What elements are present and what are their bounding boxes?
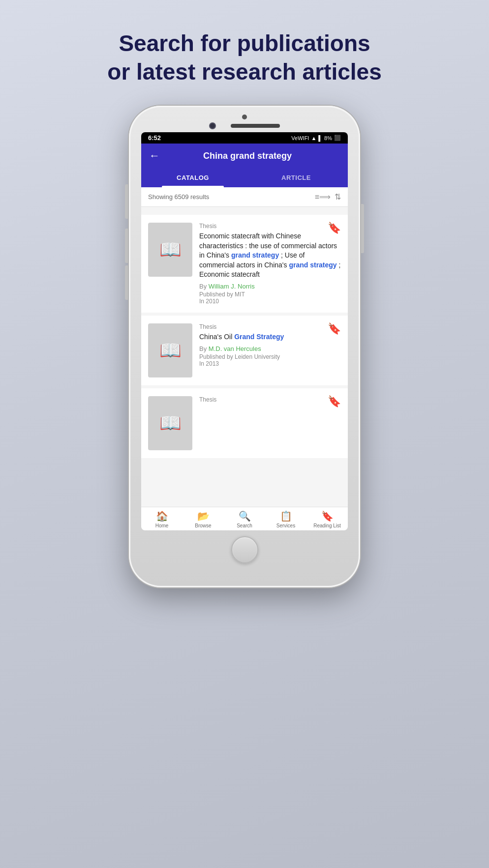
headline-line1: Search for publications xyxy=(119,30,370,56)
book-author: By William J. Norris xyxy=(199,283,341,290)
author-link[interactable]: M.D. van Hercules xyxy=(209,345,261,352)
nav-browse-label: Browse xyxy=(195,523,211,528)
book-card: 📖 Thesis 🔖 xyxy=(141,388,348,458)
phone-shell: 6:52 VeWIFI ▲ ▌ 8% ⬛ ← China grand strat… xyxy=(129,106,360,587)
book-author: By M.D. van Hercules xyxy=(199,345,341,352)
services-icon: 📋 xyxy=(280,510,292,522)
book-type: Thesis xyxy=(199,223,341,230)
bookmark-button[interactable]: 🔖 xyxy=(328,322,341,335)
nav-home[interactable]: 🏠 Home xyxy=(141,510,183,528)
home-icon: 🏠 xyxy=(156,510,168,522)
content-area: 📖 Thesis Economic statecraft with Chines… xyxy=(141,207,348,507)
author-link[interactable]: William J. Norris xyxy=(209,283,255,290)
results-bar: Showing 6509 results ≡⟹ ⇅ xyxy=(141,187,348,207)
nav-search-label: Search xyxy=(237,523,252,528)
app-header: ← China grand strategy xyxy=(141,144,348,168)
highlight-2: grand strategy xyxy=(289,261,336,269)
battery-icon: ⬛ xyxy=(334,135,341,141)
phone-screen: 6:52 VeWIFI ▲ ▌ 8% ⬛ ← China grand strat… xyxy=(141,132,348,530)
search-icon: 🔍 xyxy=(239,510,251,522)
book-info: Thesis Economic statecraft with Chinese … xyxy=(199,223,341,305)
nav-search[interactable]: 🔍 Search xyxy=(224,510,265,528)
book-card: 📖 Thesis China's Oil Grand Strategy By M… xyxy=(141,316,348,385)
home-button[interactable] xyxy=(231,536,258,563)
author-prefix: By xyxy=(199,345,209,352)
highlight-3: Grand Strategy xyxy=(234,333,284,341)
bookmark-button[interactable]: 🔖 xyxy=(328,395,341,408)
bottom-nav: 🏠 Home 📂 Browse 🔍 Search 📋 Services 🔖 Re… xyxy=(141,507,348,530)
page-headline: Search for publications or latest resear… xyxy=(107,29,381,86)
book-thumbnail: 📖 xyxy=(148,396,192,450)
book-icon: 📖 xyxy=(159,413,182,434)
search-title: China grand strategy xyxy=(166,151,329,161)
back-button[interactable]: ← xyxy=(149,149,160,162)
headline-line2: or latest research articles xyxy=(107,59,381,85)
book-type: Thesis xyxy=(199,396,341,403)
book-year: In 2010 xyxy=(199,298,341,305)
book-thumbnail: 📖 xyxy=(148,223,192,277)
book-icon: 📖 xyxy=(159,239,182,260)
status-right: VeWIFI ▲ ▌ 8% ⬛ xyxy=(291,135,341,141)
book-icon: 📖 xyxy=(159,340,182,361)
results-controls: ≡⟹ ⇅ xyxy=(315,192,341,202)
tab-article[interactable]: ARTICLE xyxy=(244,168,348,187)
sort-icon[interactable]: ⇅ xyxy=(335,192,341,202)
browse-icon: 📂 xyxy=(197,510,210,522)
book-title: China's Oil Grand Strategy xyxy=(199,332,341,342)
nav-services[interactable]: 📋 Services xyxy=(265,510,306,528)
camera-area xyxy=(129,106,360,129)
book-type: Thesis xyxy=(199,323,341,330)
status-bar: 6:52 VeWIFI ▲ ▌ 8% ⬛ xyxy=(141,132,348,144)
book-card: 📖 Thesis Economic statecraft with Chines… xyxy=(141,215,348,313)
results-count: Showing 6509 results xyxy=(148,193,209,201)
book-title: Economic statecraft with Chinese charact… xyxy=(199,231,341,280)
tab-bar: CATALOG ARTICLE xyxy=(141,168,348,187)
author-prefix: By xyxy=(199,283,209,290)
status-time: 6:52 xyxy=(148,134,161,142)
book-publisher: Published by MIT xyxy=(199,291,341,298)
wifi-icon: ▲ xyxy=(311,135,316,141)
nav-reading-list[interactable]: 🔖 Reading List xyxy=(306,510,348,528)
signal-icon: ▌ xyxy=(318,135,322,141)
book-year: In 2013 xyxy=(199,360,341,367)
highlight-1: grand strategy xyxy=(231,251,279,259)
tab-catalog[interactable]: CATALOG xyxy=(141,168,244,187)
book-info: Thesis xyxy=(199,396,341,450)
nav-services-label: Services xyxy=(276,523,295,528)
book-thumbnail: 📖 xyxy=(148,323,192,377)
book-publisher: Published by Leiden University xyxy=(199,353,341,360)
book-info: Thesis China's Oil Grand Strategy By M.D… xyxy=(199,323,341,377)
speaker-bar xyxy=(231,124,280,128)
battery-label: 8% xyxy=(324,135,332,141)
wifi-label: VeWIFI xyxy=(291,135,309,141)
filter-icon[interactable]: ≡⟹ xyxy=(315,192,331,202)
camera-dot xyxy=(242,115,247,119)
nav-home-label: Home xyxy=(155,523,169,528)
nav-browse[interactable]: 📂 Browse xyxy=(183,510,224,528)
front-camera xyxy=(209,122,216,129)
nav-reading-label: Reading List xyxy=(313,523,341,528)
reading-list-icon: 🔖 xyxy=(321,510,334,522)
bookmark-button[interactable]: 🔖 xyxy=(328,222,341,234)
